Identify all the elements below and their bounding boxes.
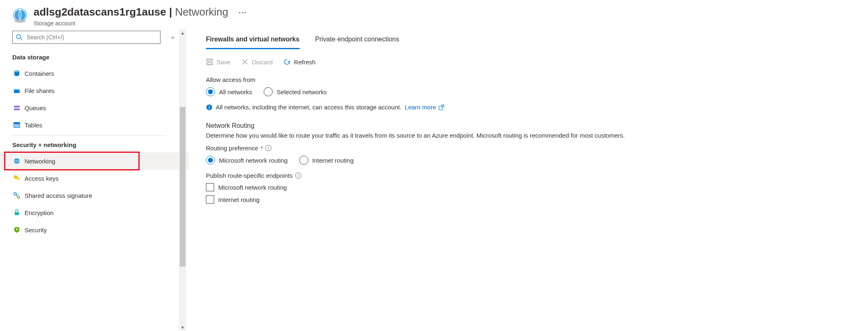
svg-rect-7 [14, 89, 20, 90]
sidebar-item-queues[interactable]: Queues [12, 99, 186, 116]
save-label: Save [217, 59, 231, 66]
radio-ms-routing[interactable]: Microsoft network routing [206, 156, 288, 165]
radio-label: Selected networks [277, 88, 327, 95]
sidebar-item-security[interactable]: Security [12, 221, 186, 238]
refresh-button[interactable]: Refresh [283, 58, 316, 66]
info-icon [206, 104, 212, 111]
collapse-sidebar-button[interactable]: « [171, 34, 174, 41]
sidebar-item-label: Encryption [25, 209, 54, 216]
sidebar-item-sas[interactable]: Shared access signature [12, 187, 186, 204]
search-input[interactable] [12, 31, 160, 44]
sidebar-item-label: Shared access signature [25, 192, 92, 199]
sidebar-item-label: Security [25, 227, 47, 234]
sidebar-item-containers[interactable]: Containers [12, 65, 186, 82]
svg-line-3 [20, 39, 23, 41]
more-actions-button[interactable]: ⋯ [238, 7, 246, 17]
search-field[interactable] [26, 34, 157, 41]
sidebar-item-label: Queues [25, 104, 46, 111]
learn-more-link[interactable]: Learn more [405, 104, 445, 111]
help-icon[interactable]: i [295, 172, 301, 179]
nav-group-security[interactable]: Security + networking [12, 135, 166, 152]
sidebar-item-encryption[interactable]: Encryption [12, 204, 186, 221]
svg-rect-10 [14, 109, 20, 110]
save-button[interactable]: Save [206, 58, 231, 66]
page-header: adlsg2datascans1rg1ause | Networking ⋯ S… [0, 0, 868, 29]
radio-internet-routing[interactable]: Internet routing [299, 156, 354, 165]
command-bar: Save Discard Refresh [206, 58, 856, 66]
sidebar-item-networking[interactable]: Networking [0, 152, 189, 170]
sidebar-item-access-keys[interactable]: Access keys [12, 170, 186, 187]
svg-rect-19 [16, 178, 19, 179]
svg-rect-20 [18, 179, 19, 180]
scroll-up-arrow[interactable]: ▲ [179, 29, 186, 36]
sidebar-scrollbar[interactable]: ▲ ▼ [179, 29, 186, 331]
sidebar-item-file-shares[interactable]: File shares [12, 82, 186, 99]
access-info-message: All networks, including the internet, ca… [206, 104, 856, 111]
checkbox-label: Microsoft network routing [218, 184, 287, 191]
svg-rect-16 [14, 122, 20, 124]
file-shares-icon [13, 87, 25, 94]
sas-icon [13, 192, 25, 199]
tab-firewalls[interactable]: Firewalls and virtual networks [206, 32, 300, 49]
allow-access-radios: All networks Selected networks [206, 87, 856, 96]
page-title: adlsg2datascans1rg1ause | Networking ⋯ [34, 6, 246, 18]
containers-icon [13, 70, 25, 77]
tab-private-endpoints[interactable]: Private endpoint connections [315, 32, 399, 49]
blade-title: Networking [175, 6, 228, 18]
svg-rect-8 [14, 106, 20, 107]
discard-button[interactable]: Discard [241, 58, 273, 66]
info-text: All networks, including the internet, ca… [216, 104, 402, 111]
svg-point-5 [14, 70, 19, 73]
discard-label: Discard [252, 59, 273, 66]
main-content: Firewalls and virtual networks Private e… [186, 29, 868, 331]
security-icon [13, 226, 25, 234]
required-indicator: * [261, 145, 263, 152]
svg-rect-9 [14, 107, 20, 109]
tables-icon [13, 121, 25, 129]
discard-icon [241, 58, 249, 66]
radio-label: Microsoft network routing [219, 157, 288, 164]
svg-rect-32 [209, 107, 210, 109]
svg-point-1 [14, 19, 26, 23]
radio-label: Internet routing [312, 157, 354, 164]
svg-point-2 [17, 35, 21, 39]
radio-selected-networks[interactable]: Selected networks [264, 87, 327, 96]
access-keys-icon [13, 175, 25, 182]
help-icon[interactable]: i [265, 145, 271, 151]
scrollbar-thumb[interactable] [180, 107, 185, 267]
svg-rect-27 [208, 59, 211, 61]
nav-group-data-storage[interactable]: Data storage [12, 50, 186, 65]
svg-rect-26 [207, 59, 212, 65]
radio-label: All networks [219, 88, 252, 95]
refresh-icon [283, 58, 291, 66]
resource-type-label: Storage account [34, 20, 246, 27]
radio-all-networks[interactable]: All networks [206, 87, 252, 96]
tab-bar: Firewalls and virtual networks Private e… [206, 32, 856, 49]
publish-endpoints-label: Publish route-specific endpoints i [206, 172, 856, 179]
scroll-down-arrow[interactable]: ▼ [179, 324, 186, 331]
checkbox-label: Internet routing [218, 196, 260, 203]
svg-line-23 [16, 195, 18, 196]
sidebar-item-label: Access keys [25, 175, 59, 182]
sidebar-item-tables[interactable]: Tables [12, 116, 186, 134]
checkbox-ms-routing[interactable]: Microsoft network routing [206, 183, 856, 191]
checkbox-internet-routing[interactable]: Internet routing [206, 195, 856, 204]
svg-point-33 [209, 105, 210, 106]
networking-icon [13, 157, 25, 165]
svg-point-25 [16, 229, 18, 230]
external-link-icon [439, 104, 444, 110]
svg-rect-28 [208, 62, 211, 65]
routing-preference-radios: Microsoft network routing Internet routi… [206, 156, 856, 165]
sidebar-item-label: File shares [25, 87, 54, 94]
svg-rect-24 [15, 212, 19, 215]
allow-access-label: Allow access from [206, 76, 856, 83]
queues-icon [13, 104, 25, 111]
sidebar-item-label: Tables [25, 122, 42, 129]
encryption-icon [13, 209, 25, 216]
routing-preference-label: Routing preference * i [206, 145, 856, 152]
storage-account-icon [12, 7, 28, 23]
resource-name: adlsg2datascans1rg1ause [34, 6, 166, 18]
refresh-label: Refresh [294, 59, 316, 66]
network-routing-desc: Determine how you would like to route yo… [206, 132, 856, 139]
sidebar-item-label: Containers [25, 70, 54, 77]
